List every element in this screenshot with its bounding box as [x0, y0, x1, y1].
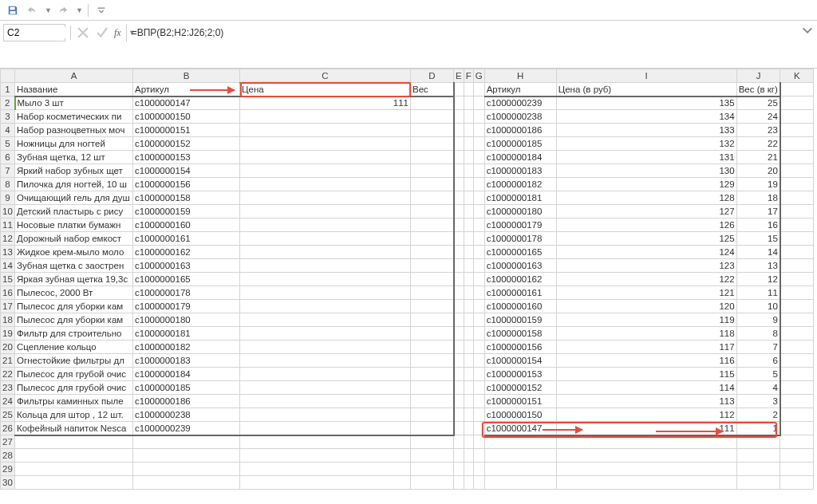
- cell-G25[interactable]: [473, 408, 484, 422]
- cell-B23[interactable]: с1000000185: [133, 381, 240, 395]
- cell-D27[interactable]: [411, 435, 454, 449]
- cell-J8[interactable]: 19: [736, 178, 780, 191]
- cell-H10[interactable]: с1000000180: [484, 205, 556, 219]
- cell-C30[interactable]: [240, 476, 411, 490]
- row-header-17[interactable]: 17: [1, 300, 15, 313]
- cell-C14[interactable]: [240, 259, 411, 273]
- cell-E23[interactable]: [454, 381, 464, 395]
- cell-D16[interactable]: [411, 286, 454, 300]
- cell-D3[interactable]: [411, 110, 454, 124]
- cell-E2[interactable]: [454, 96, 464, 110]
- cell-E5[interactable]: [454, 137, 464, 151]
- cell-F22[interactable]: [464, 368, 473, 381]
- cell-E17[interactable]: [454, 300, 464, 313]
- cell-G2[interactable]: [473, 96, 484, 110]
- cell-A14[interactable]: Зубная щетка с заострен: [15, 259, 133, 273]
- cell-K13[interactable]: [780, 246, 814, 259]
- row-header-20[interactable]: 20: [1, 341, 15, 354]
- cell-C17[interactable]: [240, 300, 411, 313]
- cell-I18[interactable]: 119: [556, 313, 736, 327]
- cell-C16[interactable]: [240, 286, 411, 300]
- cell-C18[interactable]: [240, 313, 411, 327]
- cell-H24[interactable]: с1000000151: [484, 395, 556, 408]
- formula-expand-icon[interactable]: [801, 24, 814, 37]
- cell-I11[interactable]: 126: [556, 219, 736, 232]
- row-header-26[interactable]: 26: [1, 422, 15, 435]
- cell-K12[interactable]: [780, 232, 814, 246]
- cell-H27[interactable]: [484, 435, 556, 449]
- cell-K27[interactable]: [780, 435, 814, 449]
- cell-F21[interactable]: [464, 354, 473, 368]
- cell-B30[interactable]: [133, 476, 240, 490]
- row-header-3[interactable]: 3: [1, 110, 15, 124]
- cell-K1[interactable]: [780, 83, 814, 96]
- cell-J16[interactable]: 11: [736, 286, 780, 300]
- cell-B13[interactable]: с1000000162: [133, 246, 240, 259]
- row-header-16[interactable]: 16: [1, 286, 15, 300]
- cell-H22[interactable]: с1000000153: [484, 368, 556, 381]
- redo-button[interactable]: [55, 2, 71, 18]
- cell-A12[interactable]: Дорожный набор емкост: [15, 232, 133, 246]
- cell-K24[interactable]: [780, 395, 814, 408]
- cell-G8[interactable]: [473, 178, 484, 191]
- cell-J2[interactable]: 25: [736, 96, 780, 110]
- cell-I27[interactable]: [556, 435, 736, 449]
- cell-F17[interactable]: [464, 300, 473, 313]
- cell-H17[interactable]: с1000000160: [484, 300, 556, 313]
- row-header-25[interactable]: 25: [1, 408, 15, 422]
- cell-E10[interactable]: [454, 205, 464, 219]
- cell-D15[interactable]: [411, 273, 454, 286]
- row-header-8[interactable]: 8: [1, 178, 15, 191]
- row-header-15[interactable]: 15: [1, 273, 15, 286]
- cell-C2[interactable]: 111: [240, 96, 411, 110]
- cell-D21[interactable]: [411, 354, 454, 368]
- cell-F1[interactable]: [464, 83, 473, 96]
- cell-B24[interactable]: с1000000186: [133, 395, 240, 408]
- cell-F24[interactable]: [464, 395, 473, 408]
- cell-I28[interactable]: [556, 449, 736, 463]
- cell-E28[interactable]: [454, 449, 464, 463]
- cell-D26[interactable]: [411, 422, 454, 435]
- cell-J4[interactable]: 23: [736, 124, 780, 137]
- cell-J19[interactable]: 8: [736, 327, 780, 341]
- row-header-27[interactable]: 27: [1, 435, 15, 449]
- cell-I24[interactable]: 113: [556, 395, 736, 408]
- cell-J27[interactable]: [736, 435, 780, 449]
- cell-J15[interactable]: 12: [736, 273, 780, 286]
- row-header-28[interactable]: 28: [1, 449, 15, 463]
- cell-C13[interactable]: [240, 246, 411, 259]
- cell-G14[interactable]: [473, 259, 484, 273]
- cell-G26[interactable]: [473, 422, 484, 435]
- cell-D17[interactable]: [411, 300, 454, 313]
- cell-C6[interactable]: [240, 151, 411, 164]
- cell-K15[interactable]: [780, 273, 814, 286]
- cell-G7[interactable]: [473, 164, 484, 178]
- cell-B25[interactable]: с1000000238: [133, 408, 240, 422]
- cell-I8[interactable]: 129: [556, 178, 736, 191]
- cell-I9[interactable]: 128: [556, 191, 736, 205]
- cell-C28[interactable]: [240, 449, 411, 463]
- cell-C8[interactable]: [240, 178, 411, 191]
- row-header-13[interactable]: 13: [1, 246, 15, 259]
- cell-J28[interactable]: [736, 449, 780, 463]
- cell-F23[interactable]: [464, 381, 473, 395]
- cell-B14[interactable]: с1000000163: [133, 259, 240, 273]
- cell-G22[interactable]: [473, 368, 484, 381]
- row-header-12[interactable]: 12: [1, 232, 15, 246]
- cell-J20[interactable]: 7: [736, 341, 780, 354]
- cell-B16[interactable]: с1000000178: [133, 286, 240, 300]
- cell-B22[interactable]: с1000000184: [133, 368, 240, 381]
- cell-A3[interactable]: Набор косметических пи: [15, 110, 133, 124]
- cell-A13[interactable]: Жидкое крем-мыло моло: [15, 246, 133, 259]
- cell-J13[interactable]: 14: [736, 246, 780, 259]
- row-header-14[interactable]: 14: [1, 259, 15, 273]
- cell-J12[interactable]: 15: [736, 232, 780, 246]
- cell-I16[interactable]: 121: [556, 286, 736, 300]
- cell-A16[interactable]: Пылесос, 2000 Вт: [15, 286, 133, 300]
- cell-E6[interactable]: [454, 151, 464, 164]
- cell-I17[interactable]: 120: [556, 300, 736, 313]
- cell-H26[interactable]: с1000000147: [484, 422, 556, 435]
- cell-I7[interactable]: 130: [556, 164, 736, 178]
- cell-E21[interactable]: [454, 354, 464, 368]
- cell-C19[interactable]: [240, 327, 411, 341]
